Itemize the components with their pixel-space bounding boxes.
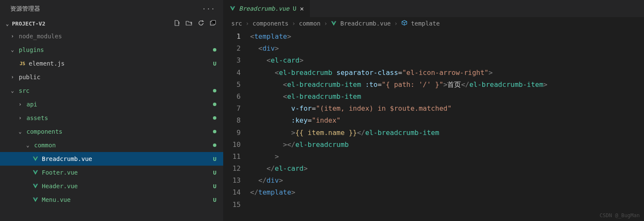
tree-item-plugins[interactable]: ⌄plugins: [0, 43, 223, 57]
line-number: 11: [224, 151, 250, 163]
modified-dot-icon: [213, 144, 216, 147]
tree-item-label: Header.vue: [42, 183, 78, 189]
tree-item-label: common: [34, 142, 56, 149]
tab-bar: Breadcrumb.vue U ×: [224, 0, 644, 17]
tree-item-header-vue[interactable]: Header.vueU: [0, 179, 223, 193]
chevron-down-icon: ⌄: [9, 88, 15, 94]
explorer-title-bar: 资源管理器 ···: [0, 0, 223, 18]
more-actions-icon[interactable]: ···: [202, 6, 216, 12]
code-line[interactable]: v-for="(item, index) in $route.matched": [250, 103, 644, 115]
code-line[interactable]: <el-breadcrumb separator-class="el-icon-…: [250, 67, 644, 79]
tree-item-node_modules[interactable]: ›node_modules: [0, 29, 223, 43]
vue-icon: [230, 6, 236, 11]
editor-pane: Breadcrumb.vue U × src›components›common…: [224, 0, 644, 221]
tree-item-public[interactable]: ›public: [0, 70, 223, 84]
code-line[interactable]: </template>: [250, 187, 644, 198]
code-line[interactable]: ></el-breadcrumb: [250, 139, 644, 151]
tree-item-label: Footer.vue: [42, 169, 78, 176]
chevron-down-icon: ⌄: [9, 47, 15, 53]
new-file-icon[interactable]: [174, 20, 181, 28]
tree-item-label: assets: [26, 115, 48, 121]
code-line[interactable]: :key="index": [250, 115, 644, 126]
tree-item-components[interactable]: ⌄components: [0, 125, 223, 138]
vue-icon: [32, 156, 38, 162]
code-line[interactable]: <el-breadcrumb-item: [250, 91, 644, 103]
code-content[interactable]: <template> <div> <el-card> <el-breadcrum…: [250, 30, 644, 221]
js-icon: JS: [20, 61, 25, 66]
tree-item-menu-vue[interactable]: Menu.vueU: [0, 193, 223, 207]
modified-dot-icon: [213, 130, 216, 133]
tab-breadcrumb-vue[interactable]: Breadcrumb.vue U ×: [224, 0, 310, 17]
git-status-untracked: U: [213, 197, 216, 203]
breadcrumb-segment[interactable]: components: [253, 20, 288, 27]
explorer-sidebar: 资源管理器 ··· ⌄ PROJECT-V2 ›node_modules⌄plu…: [0, 0, 224, 221]
code-line[interactable]: </div>: [250, 175, 644, 187]
chevron-down-icon: ⌄: [25, 142, 31, 148]
watermark: CSDN @_BugMan: [600, 212, 640, 218]
project-header[interactable]: ⌄ PROJECT-V2: [0, 18, 223, 29]
line-number: 3: [224, 55, 250, 66]
modified-dot-icon: [213, 103, 216, 106]
breadcrumb-segment[interactable]: Breadcrumb.vue: [340, 20, 390, 27]
line-number: 8: [224, 115, 250, 126]
refresh-icon[interactable]: [198, 20, 204, 28]
breadcrumb[interactable]: src›components›common›Breadcrumb.vue›tem…: [224, 17, 644, 30]
line-number: 14: [224, 187, 250, 198]
project-name: PROJECT-V2: [12, 20, 45, 27]
tree-item-label: Menu.vue: [42, 196, 70, 203]
line-number: 2: [224, 43, 250, 55]
tree-item-label: Breadcrumb.vue: [42, 155, 92, 162]
vue-icon: [32, 197, 38, 203]
tree-item-element-js[interactable]: JSelement.jsU: [0, 57, 223, 70]
breadcrumb-segment[interactable]: common: [299, 20, 321, 27]
project-actions: [174, 20, 216, 28]
code-line[interactable]: </el-card>: [250, 163, 644, 175]
git-status-untracked: U: [213, 183, 216, 189]
chevron-right-icon: ›: [245, 20, 249, 27]
new-folder-icon[interactable]: [186, 20, 192, 28]
line-number: 10: [224, 139, 250, 151]
chevron-right-icon: ›: [17, 115, 23, 121]
code-line[interactable]: >: [250, 151, 644, 163]
tree-item-common[interactable]: ⌄common: [0, 138, 223, 152]
modified-dot-icon: [213, 48, 216, 52]
vue-icon: [32, 183, 38, 189]
code-area[interactable]: 123456789101112131415 <template> <div> <…: [224, 30, 644, 221]
breadcrumb-segment[interactable]: template: [411, 20, 440, 27]
chevron-right-icon: ›: [324, 20, 327, 27]
close-icon[interactable]: ×: [300, 5, 304, 13]
tree-item-breadcrumb-vue[interactable]: Breadcrumb.vueU: [0, 152, 223, 166]
file-tree: ›node_modules⌄pluginsJSelement.jsU›publi…: [0, 29, 223, 221]
collapse-icon[interactable]: [210, 20, 216, 28]
code-line[interactable]: <el-breadcrumb-item :to="{ path: '/' }">…: [250, 79, 644, 91]
line-number: 12: [224, 163, 250, 175]
chevron-down-icon: ⌄: [4, 21, 10, 27]
git-status-untracked: U: [213, 156, 216, 162]
tree-item-src[interactable]: ⌄src: [0, 84, 223, 98]
tree-item-assets[interactable]: ›assets: [0, 111, 223, 125]
line-number: 5: [224, 79, 250, 91]
tree-item-label: element.js: [29, 60, 64, 67]
explorer-title: 资源管理器: [10, 5, 40, 13]
breadcrumb-segment[interactable]: src: [231, 20, 242, 27]
line-number: 15: [224, 199, 250, 211]
code-line[interactable]: <div>: [250, 43, 644, 55]
line-number: 1: [224, 31, 250, 43]
chevron-right-icon: ›: [17, 101, 23, 107]
tree-item-label: public: [19, 74, 41, 80]
chevron-right-icon: ›: [9, 74, 15, 80]
git-status-untracked: U: [213, 60, 216, 67]
vue-icon: [331, 20, 337, 26]
tree-item-api[interactable]: ›api: [0, 98, 223, 111]
line-number: 9: [224, 127, 250, 139]
code-line[interactable]: [250, 199, 644, 211]
tree-item-footer-vue[interactable]: Footer.vueU: [0, 166, 223, 179]
chevron-right-icon: ›: [394, 20, 398, 27]
line-number: 13: [224, 175, 250, 187]
code-line[interactable]: <el-card>: [250, 55, 644, 66]
code-line[interactable]: >{{ item.name }}</el-breadcrumb-item: [250, 127, 644, 139]
modified-dot-icon: [213, 116, 216, 120]
vue-icon: [32, 169, 38, 175]
code-line[interactable]: <template>: [250, 31, 644, 43]
line-number: 4: [224, 67, 250, 79]
